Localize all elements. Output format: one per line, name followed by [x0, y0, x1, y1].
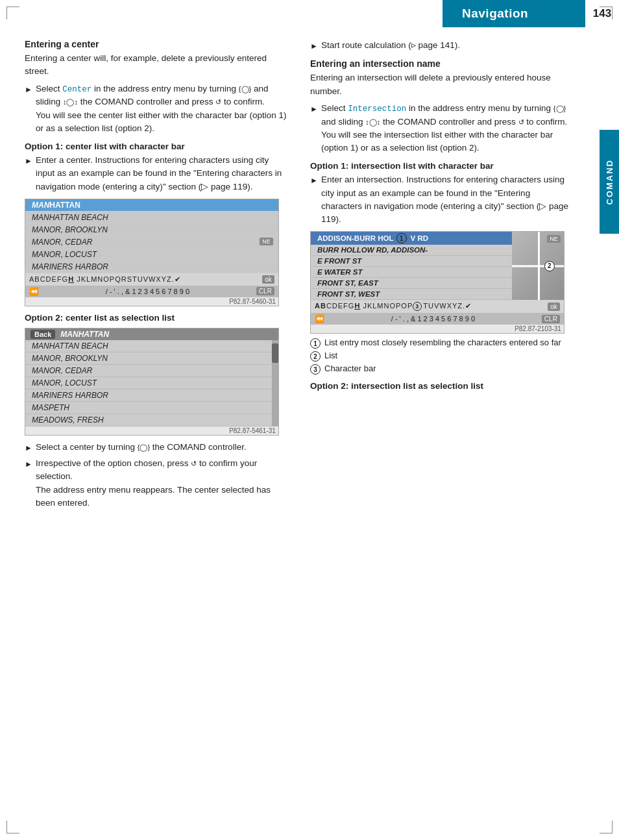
header-title-block: Navigation [443, 0, 585, 27]
page-title: Navigation [462, 6, 528, 21]
int-row-3: E WATER ST [311, 267, 512, 278]
legend-circle-3: 3 [310, 364, 321, 375]
right-bullet-top-content: Start route calculation (▹ page 141). [321, 39, 572, 52]
left-bullet1: ► Select Center in the address entry men… [25, 82, 287, 136]
slide-sym-r1: ↕◯↕ [365, 118, 380, 126]
screenshot-sellist: Back MANHATTAN MANHATTAN BEACH MANOR, BR… [25, 328, 279, 436]
left-bullet-after-1: ► Select a center by turning {◯} the COM… [25, 441, 287, 454]
char-bar-chars: ABCDEFGH JKLMNOPQRSTUVWXYZ.✔ [29, 275, 181, 284]
back-button[interactable]: Back [30, 330, 55, 339]
int-selected-text: ADDISON-BURR HOL [317, 234, 394, 242]
right-column: ► Start route calculation (▹ page 141). … [298, 39, 597, 513]
left-bullet-after-2-content: Irrespective of the option chosen, press… [36, 457, 287, 510]
header-spacer [0, 0, 443, 27]
right-option1-bullet: ► Enter an intersection. Instructions fo… [310, 173, 572, 226]
legend-text-2: List [324, 351, 337, 360]
right-option2-heading: Option 2: intersection list as selection… [310, 381, 572, 391]
char-bar-row1: ABCDEFGH JKLMNOPQRSTUVWXYZ.✔ ok [25, 273, 278, 286]
screenshot-ref-2: P82.87-5461-31 [25, 426, 278, 435]
turn-sym-2: {◯} [138, 443, 150, 451]
int-back-icon: ⏪ [315, 314, 324, 323]
int-list-col: ADDISON-BURR HOL 1 V RD BURR HOLLOW RD, … [311, 232, 512, 300]
scrollbar[interactable] [272, 340, 278, 426]
left-bullet-after-2: ► Irrespective of the option chosen, pre… [25, 457, 287, 510]
press-sym-r1: ↺ [518, 118, 524, 126]
int-clr-button[interactable]: CLR [542, 315, 560, 323]
bullet-arrow-2: ► [25, 155, 32, 167]
right-bullet-select: ► Select Intersection in the address ent… [310, 102, 572, 155]
int-char-bar-row2: ⏪ / - ' . , & 1 2 3 4 5 6 7 8 9 0 CLR [311, 313, 564, 325]
sel-row-3: MANOR, CEDAR [25, 365, 278, 377]
legend-item-1: 1 List entry most closely resembling the… [310, 338, 572, 349]
circle-1: 1 [396, 233, 407, 243]
int-row-1: BURR HOLLOW RD, ADDISON- [311, 245, 512, 256]
right-section2-para: Entering an intersection will delete a p… [310, 71, 572, 98]
sel-row-6: MASPETH [25, 402, 278, 414]
int-row-4: FRONT ST, EAST [311, 278, 512, 289]
left-section1-para1: Entering a center will, for example, del… [25, 52, 287, 79]
left-option1-bullet-content: Enter a center. Instructions for enterin… [36, 154, 287, 193]
legend-text-3: Character bar [324, 364, 376, 373]
map-road-v [538, 232, 540, 300]
left-bullet-after-1-content: Select a center by turning {◯} the COMAN… [36, 441, 287, 454]
screenshot-charbar: MANHATTAN MANHATTAN BEACH MANOR, BROOKLY… [25, 199, 279, 306]
turn-sym-r1: {◯} [553, 105, 566, 112]
circle-3: 3 [413, 302, 422, 311]
list-row-3: MANOR, CEDAR NE [25, 236, 278, 249]
turn-sym-1: {◯} [239, 85, 251, 93]
slide-sym-1: ↕◯↕ [63, 98, 78, 106]
sel-row-7: MEADOWS, FRESH [25, 414, 278, 426]
int-char-bar-row1: ABCDEFGH JKLMNOPOP3TUVWXYZ.✔ ok [311, 300, 564, 313]
list-row-1: MANHATTAN BEACH [25, 212, 278, 224]
list-row-4: MANOR, LOCUST [25, 249, 278, 261]
left-column: Entering a center Entering a center will… [0, 39, 298, 513]
page-number: 143 [585, 0, 619, 27]
clr-button[interactable]: CLR [256, 287, 274, 295]
int-row-5: FRONT ST, WEST [311, 289, 512, 300]
bullet-arrow-4: ► [25, 458, 32, 470]
list-row-5: MARINERS HARBOR [25, 261, 278, 273]
side-tab: COMAND [600, 130, 619, 234]
char-bar-row2: ⏪ / - ' . , & 1 2 3 4 5 6 7 8 9 0 CLR [25, 286, 278, 297]
sel-list: Back MANHATTAN MANHATTAN BEACH MANOR, BR… [25, 328, 278, 426]
bullet-arrow-3: ► [25, 442, 32, 454]
left-section1-heading: Entering a center [25, 39, 287, 49]
screenshot-intersection: ADDISON-BURR HOL 1 V RD BURR HOLLOW RD, … [310, 231, 564, 334]
int-list: ADDISON-BURR HOL 1 V RD BURR HOLLOW RD, … [311, 232, 564, 325]
left-option1-heading: Option 1: center list with character bar [25, 142, 287, 151]
legend-circle-2: 2 [310, 351, 321, 362]
right-bullet-top: ► Start route calculation (▹ page 141). [310, 39, 572, 52]
ab-chars: AB [315, 302, 326, 310]
sel-list-header: Back MANHATTAN [25, 328, 278, 340]
num-chars: / - ' . , & 1 2 3 4 5 6 7 8 9 0 [106, 288, 189, 295]
sel-selected-row: MANHATTAN [60, 330, 109, 339]
int-row-2: E FRONT ST [311, 256, 512, 267]
back-icon: ⏪ [29, 287, 39, 296]
left-bullet1-content: Select Center in the address entry menu … [36, 82, 287, 136]
right-option1-bullet-content: Enter an intersection. Instructions for … [321, 173, 572, 226]
right-section2-heading: Entering an intersection name [310, 58, 572, 69]
main-content: Entering a center Entering a center will… [0, 27, 619, 513]
ok-button[interactable]: ok [262, 275, 274, 284]
int-num-chars: / - ' . , & 1 2 3 4 5 6 7 8 9 0 [391, 315, 475, 323]
left-option1-bullet: ► Enter a center. Instructions for enter… [25, 154, 287, 193]
h-char: H [354, 302, 360, 310]
charbar-list: MANHATTAN MANHATTAN BEACH MANOR, BROOKLY… [25, 199, 278, 297]
circle-2: 2 [544, 261, 555, 271]
sel-list-body: MANHATTAN BEACH MANOR, BROOKLYN MANOR, C… [25, 340, 278, 426]
list-row-2: MANOR, BROOKLYN [25, 224, 278, 236]
center-keyword: Center [62, 85, 91, 94]
ne-badge-1: NE [260, 238, 273, 245]
intersection-keyword: Intersection [348, 105, 406, 114]
sel-row-1: MANHATTAN BEACH [25, 340, 278, 352]
screenshot-ref-3: P82.87-2103-31 [311, 325, 564, 333]
int-ok-button[interactable]: ok [548, 303, 560, 311]
legend: 1 List entry most closely resembling the… [310, 338, 572, 375]
bullet-arrow-1: ► [25, 84, 32, 95]
bullet-arrow-r2: ► [310, 103, 318, 115]
int-char-bar-chars: ABCDEFGH JKLMNOPOP3TUVWXYZ.✔ [315, 302, 472, 311]
screenshot-ref-1: P82.87-5460-31 [25, 297, 278, 306]
bullet-arrow-r1: ► [310, 40, 318, 52]
press-sym-2: ↺ [191, 460, 197, 467]
sel-row-2: MANOR, BROOKLYN [25, 352, 278, 365]
